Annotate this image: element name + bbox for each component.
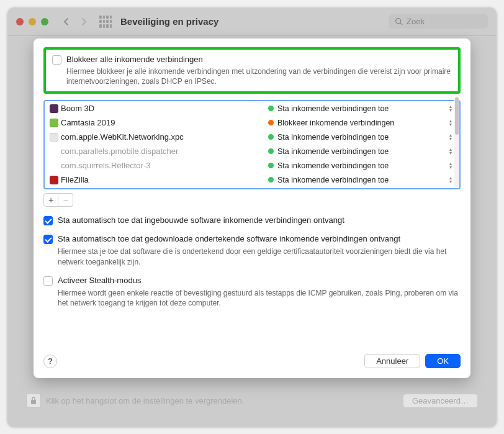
app-icon	[50, 147, 58, 156]
help-button[interactable]: ?	[43, 355, 57, 368]
app-icon	[50, 119, 58, 127]
remove-app-button[interactable]: −	[58, 193, 73, 207]
app-row[interactable]: Boom 3DSta inkomende verbindingen toe▴▾	[45, 101, 459, 115]
block-all-label: Blokkeer alle inkomende verbindingen	[66, 55, 452, 64]
auto-signed-desc: Hiermee sta je toe dat software die is o…	[58, 246, 461, 266]
status-stepper[interactable]: ▴▾	[447, 105, 454, 112]
auto-signed-checkbox[interactable]	[43, 235, 53, 244]
status-dot-icon	[268, 120, 274, 125]
status-stepper[interactable]: ▴▾	[447, 176, 454, 184]
app-name: Camtasia 2019	[61, 118, 115, 127]
app-status: Sta inkomende verbindingen toe	[277, 133, 443, 142]
app-status: Sta inkomende verbindingen toe	[277, 176, 443, 184]
lock-text: Klik op het hangslot om de instellingen …	[46, 396, 244, 405]
status-stepper[interactable]: ▴▾	[447, 119, 454, 127]
ok-button[interactable]: OK	[425, 354, 461, 368]
app-icon	[50, 161, 58, 170]
app-name: com.apple.WebKit.Networking.xpc	[61, 132, 184, 142]
prefs-window: Beveiliging en privacy Zoek Klik op het …	[7, 7, 497, 427]
status-dot-icon	[268, 148, 274, 154]
app-icon	[50, 104, 58, 113]
app-status: Sta inkomende verbindingen toe	[277, 161, 443, 170]
app-list-wrap: Boom 3DSta inkomende verbindingen toe▴▾C…	[43, 94, 461, 189]
auto-signed-option: Sta automatisch toe dat gedownloade onde…	[43, 234, 461, 266]
stealth-desc: Hiermee wordt geen enkele reactie of bev…	[58, 288, 461, 308]
app-name: com.parallels.pmobile.dispatcher	[61, 147, 178, 156]
app-list[interactable]: Boom 3DSta inkomende verbindingen toe▴▾C…	[43, 100, 461, 189]
lock-row: Klik op het hangslot om de instellingen …	[26, 393, 478, 408]
svg-rect-2	[31, 400, 36, 404]
app-name: FileZilla	[61, 175, 89, 184]
status-stepper[interactable]: ▴▾	[447, 133, 454, 141]
app-row[interactable]: FileZillaSta inkomende verbindingen toe▴…	[45, 173, 459, 187]
app-list-scrollbar[interactable]	[454, 96, 459, 187]
app-status: Sta inkomende verbindingen toe	[277, 104, 443, 113]
scrollbar-thumb[interactable]	[455, 97, 459, 135]
app-row[interactable]: nwjs HelperSta inkomende verbindingen to…	[45, 187, 459, 188]
app-name: Boom 3D	[61, 104, 94, 113]
add-app-button[interactable]: +	[43, 193, 58, 207]
auto-builtin-label: Sta automatisch toe dat ingebouwde softw…	[58, 215, 461, 225]
advanced-button[interactable]: Geavanceerd…	[403, 394, 478, 408]
stealth-label: Activeer Stealth-modus	[58, 276, 461, 285]
block-all-highlight: Blokkeer alle inkomende verbindingen Hie…	[43, 47, 461, 94]
stealth-checkbox[interactable]	[43, 276, 53, 286]
app-icon	[50, 176, 58, 184]
status-dot-icon	[268, 163, 274, 168]
cancel-button[interactable]: Annuleer	[364, 354, 420, 368]
auto-builtin-option: Sta automatisch toe dat ingebouwde softw…	[43, 215, 461, 225]
status-dot-icon	[268, 177, 274, 183]
list-toolbar: + −	[43, 193, 461, 207]
stealth-option: Activeer Stealth-modus Hiermee wordt gee…	[43, 276, 461, 308]
auto-builtin-checkbox[interactable]	[43, 216, 53, 225]
status-stepper[interactable]: ▴▾	[447, 148, 454, 155]
app-row[interactable]: Camtasia 2019Blokkeer inkomende verbindi…	[45, 115, 459, 130]
firewall-options-sheet: Blokkeer alle inkomende verbindingen Hie…	[34, 38, 470, 378]
sheet-bottom-bar: ? Annuleer OK	[43, 344, 461, 368]
app-name: com.squirrels.Reflector-3	[61, 161, 151, 170]
app-status: Blokkeer inkomende verbindingen	[277, 119, 443, 127]
app-row[interactable]: com.apple.WebKit.Networking.xpcSta inkom…	[45, 130, 459, 144]
lock-icon[interactable]	[26, 393, 41, 408]
app-row[interactable]: com.parallels.pmobile.dispatcherSta inko…	[45, 144, 459, 158]
block-all-desc: Hiermee blokkeer je alle inkomende verbi…	[66, 66, 452, 86]
block-all-checkbox[interactable]	[52, 55, 61, 65]
status-dot-icon	[268, 134, 274, 140]
auto-signed-label: Sta automatisch toe dat gedownloade onde…	[58, 234, 461, 243]
app-icon	[50, 133, 58, 142]
app-status: Sta inkomende verbindingen toe	[277, 147, 443, 156]
status-dot-icon	[268, 106, 274, 111]
app-row[interactable]: com.squirrels.Reflector-3Sta inkomende v…	[45, 158, 459, 173]
status-stepper[interactable]: ▴▾	[447, 162, 454, 170]
